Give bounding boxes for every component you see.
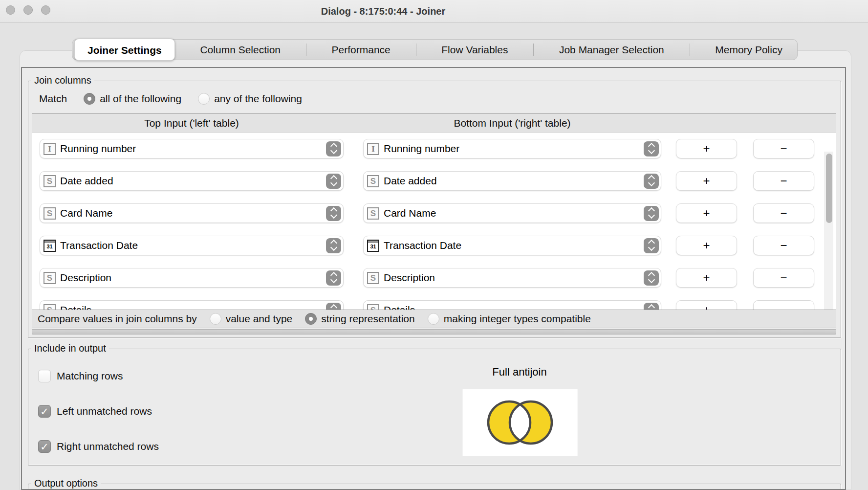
- compare-option-value-type[interactable]: value and type: [210, 313, 293, 325]
- column-name: Transaction Date: [384, 240, 461, 251]
- radio-all-of-following[interactable]: [84, 93, 95, 105]
- remove-row-button[interactable]: −: [753, 203, 814, 223]
- include-in-output-group: Include in output Matching rows Left unm…: [28, 349, 841, 466]
- combo-stepper-icon[interactable]: [644, 206, 659, 221]
- table-row: 31 Transaction Date 31 Transaction Date …: [32, 236, 836, 255]
- left-column-select[interactable]: S Details: [40, 300, 344, 310]
- table-row: S Description S Description + −: [32, 268, 836, 288]
- right-column-select[interactable]: S Card Name: [363, 203, 661, 223]
- tab-memory-policy[interactable]: Memory Policy: [702, 40, 795, 60]
- combo-stepper-icon[interactable]: [644, 174, 659, 189]
- matching-rows-checkbox[interactable]: [38, 370, 51, 382]
- remove-row-button[interactable]: −: [753, 171, 814, 191]
- right-unmatched-checkbox[interactable]: [38, 440, 51, 453]
- combo-stepper-icon[interactable]: [644, 270, 659, 286]
- join-columns-group: Join columns Match all of the following …: [28, 81, 841, 338]
- left-column-select[interactable]: I Running number: [40, 139, 344, 158]
- table-body: I Running number I Running number + −: [32, 133, 836, 310]
- horizontal-scrollbar[interactable]: [32, 329, 836, 334]
- checkbox-label[interactable]: Matching rows: [57, 370, 123, 382]
- add-row-button[interactable]: +: [676, 300, 737, 310]
- remove-row-button[interactable]: −: [753, 139, 814, 158]
- radio-string-representation[interactable]: [305, 313, 317, 325]
- title-bar: Dialog - 8:175:0:44 - Joiner: [0, 0, 868, 23]
- column-name: Date added: [60, 175, 113, 187]
- table-row: I Running number I Running number + −: [32, 139, 836, 158]
- match-option-all[interactable]: all of the following: [84, 93, 181, 105]
- left-unmatched-checkbox[interactable]: [38, 405, 51, 418]
- string-type-icon: S: [43, 175, 56, 187]
- combo-stepper-icon[interactable]: [644, 238, 659, 253]
- tab-joiner-settings[interactable]: Joiner Settings: [74, 39, 175, 61]
- combo-stepper-icon[interactable]: [326, 270, 341, 286]
- right-column-select[interactable]: 31 Transaction Date: [363, 236, 661, 255]
- remove-row-button[interactable]: −: [753, 300, 814, 310]
- right-column-select[interactable]: S Details: [363, 300, 661, 310]
- column-name: Date added: [384, 175, 437, 187]
- radio-label[interactable]: making integer types compatible: [444, 313, 591, 325]
- radio-any-of-following[interactable]: [198, 93, 210, 105]
- right-column-select[interactable]: I Running number: [363, 139, 661, 158]
- add-row-button[interactable]: +: [676, 268, 737, 288]
- right-column-select[interactable]: S Description: [363, 268, 661, 288]
- add-row-button[interactable]: +: [676, 139, 737, 158]
- match-row: Match all of the following any of the fo…: [39, 91, 302, 107]
- compare-option-string-representation[interactable]: string representation: [305, 313, 414, 325]
- venn-caption: Full antijoin: [458, 366, 581, 379]
- add-row-button[interactable]: +: [676, 203, 737, 223]
- string-type-icon: S: [367, 272, 379, 284]
- match-option-any[interactable]: any of the following: [198, 93, 302, 105]
- column-name: Card Name: [60, 207, 112, 219]
- tab-job-manager-selection[interactable]: Job Manager Selection: [546, 40, 677, 60]
- add-row-button[interactable]: +: [676, 236, 737, 255]
- radio-label[interactable]: string representation: [321, 313, 414, 325]
- left-unmatched-rows-option[interactable]: Left unmatched rows: [38, 405, 152, 418]
- column-name: Running number: [384, 143, 459, 155]
- left-column-select[interactable]: S Date added: [40, 171, 344, 191]
- combo-stepper-icon[interactable]: [326, 238, 341, 253]
- tab-column-selection[interactable]: Column Selection: [187, 40, 293, 60]
- integer-type-icon: I: [367, 143, 379, 155]
- column-name: Details: [384, 304, 415, 310]
- joiner-settings-panel: Join columns Match all of the following …: [21, 67, 846, 490]
- checkbox-label[interactable]: Right unmatched rows: [57, 441, 159, 452]
- combo-stepper-icon[interactable]: [326, 206, 341, 221]
- string-type-icon: S: [367, 304, 379, 310]
- table-row: S Card Name S Card Name + −: [32, 203, 836, 223]
- combo-stepper-icon[interactable]: [644, 141, 659, 156]
- date-type-icon: 31: [367, 240, 379, 252]
- column-name: Description: [60, 272, 111, 284]
- full-antijoin-venn-icon: [462, 389, 578, 456]
- radio-label[interactable]: all of the following: [100, 93, 181, 105]
- compare-label: Compare values in join columns by: [38, 313, 197, 325]
- left-table-header: Top Input ('left' table): [40, 114, 344, 133]
- window-title: Dialog - 8:175:0:44 - Joiner: [0, 0, 868, 23]
- combo-stepper-icon[interactable]: [326, 174, 341, 189]
- string-type-icon: S: [43, 272, 56, 284]
- left-column-select[interactable]: 31 Transaction Date: [40, 236, 344, 255]
- radio-label[interactable]: value and type: [226, 313, 293, 325]
- left-column-select[interactable]: S Description: [40, 268, 344, 288]
- radio-value-and-type[interactable]: [210, 313, 221, 325]
- left-column-select[interactable]: S Card Name: [40, 203, 344, 223]
- scrollbar-thumb[interactable]: [826, 154, 832, 223]
- group-title: Include in output: [31, 343, 109, 354]
- combo-stepper-icon[interactable]: [326, 141, 341, 156]
- tab-flow-variables[interactable]: Flow Variables: [429, 40, 521, 60]
- remove-row-button[interactable]: −: [753, 268, 814, 288]
- string-type-icon: S: [43, 207, 56, 220]
- remove-row-button[interactable]: −: [753, 236, 814, 255]
- radio-integer-types-compatible[interactable]: [428, 313, 439, 325]
- radio-label[interactable]: any of the following: [214, 93, 302, 105]
- compare-option-integer-compatible[interactable]: making integer types compatible: [428, 313, 591, 325]
- output-options-group: Output options: [28, 484, 841, 490]
- combo-stepper-icon[interactable]: [326, 303, 341, 310]
- vertical-scrollbar[interactable]: [825, 152, 833, 310]
- combo-stepper-icon[interactable]: [644, 303, 659, 310]
- checkbox-label[interactable]: Left unmatched rows: [57, 405, 152, 417]
- add-row-button[interactable]: +: [676, 171, 737, 191]
- right-column-select[interactable]: S Date added: [363, 171, 661, 191]
- tab-performance[interactable]: Performance: [319, 40, 403, 60]
- right-unmatched-rows-option[interactable]: Right unmatched rows: [38, 440, 159, 453]
- matching-rows-option[interactable]: Matching rows: [38, 370, 123, 382]
